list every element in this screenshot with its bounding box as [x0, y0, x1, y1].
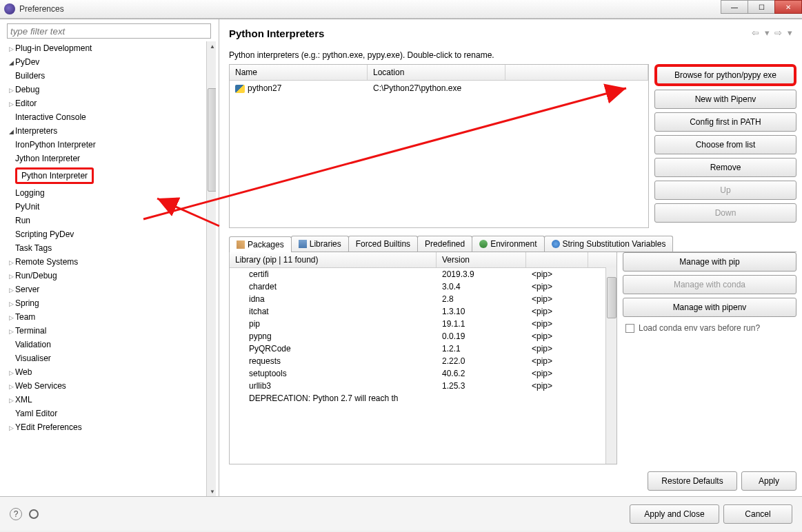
- package-row[interactable]: idna2.8<pip>: [230, 293, 616, 305]
- tree-item[interactable]: ▷Run/Debug: [7, 269, 216, 283]
- tree-item[interactable]: Builders: [7, 69, 216, 83]
- tree-item-label: Scripting PyDev: [15, 229, 74, 239]
- tree-item[interactable]: Task Tags: [7, 241, 216, 255]
- package-row[interactable]: setuptools40.6.2<pip>: [230, 367, 616, 380]
- tree-item[interactable]: ▷Editor: [7, 96, 216, 110]
- down-button[interactable]: Down: [654, 203, 796, 223]
- interpreter-row[interactable]: python27 C:\Python27\python.exe: [230, 81, 648, 96]
- manage-pipenv-button[interactable]: Manage with pipenv: [623, 298, 796, 317]
- python-icon: [235, 85, 245, 93]
- tab-packages[interactable]: Packages: [229, 236, 292, 252]
- col-header-location[interactable]: Location: [368, 65, 505, 80]
- tree-item[interactable]: Visualiser: [7, 351, 216, 365]
- maximize-button[interactable]: ☐: [748, 0, 775, 14]
- interpreter-table[interactable]: Name Location python27 C:\Python27\pytho…: [229, 64, 649, 228]
- tree-item[interactable]: Run: [7, 214, 216, 227]
- pkg-version: 2019.3.9: [437, 268, 526, 280]
- scroll-thumb[interactable]: [208, 88, 216, 192]
- new-pipenv-button[interactable]: New with Pipenv: [654, 90, 796, 109]
- close-button[interactable]: ✕: [774, 0, 802, 14]
- package-row[interactable]: chardet3.0.4<pip>: [230, 280, 616, 293]
- manage-pip-button[interactable]: Manage with pip: [623, 252, 796, 272]
- titlebar: Preferences — ☐ ✕: [0, 0, 802, 19]
- package-row[interactable]: itchat1.3.10<pip>: [230, 305, 616, 318]
- restore-defaults-button[interactable]: Restore Defaults: [648, 471, 737, 491]
- package-row[interactable]: PyQRCode1.2.1<pip>: [230, 342, 616, 355]
- tree-arrow-icon: ◢: [7, 128, 15, 135]
- col-header-library[interactable]: Library (pip | 11 found): [230, 252, 437, 267]
- tree-item[interactable]: Scripting PyDev: [7, 227, 216, 241]
- tree-item-label: XML: [15, 395, 32, 405]
- scroll-down-icon[interactable]: ▼: [208, 487, 216, 496]
- up-button[interactable]: Up: [654, 181, 796, 200]
- packages-scroll-thumb[interactable]: [607, 277, 616, 318]
- filter-input[interactable]: [7, 23, 211, 39]
- tree-item-label: Debug: [15, 85, 39, 94]
- tree-item[interactable]: ▷Plug-in Development: [7, 41, 216, 55]
- pkg-lib: requests: [230, 355, 437, 367]
- nav-history-arrows[interactable]: ⇦ ▾ ⇨ ▾: [752, 28, 794, 38]
- tree-item[interactable]: Python Interpreter: [7, 165, 216, 186]
- scroll-up-icon[interactable]: ▲: [208, 41, 216, 51]
- tree-item[interactable]: ▷Spring: [7, 296, 216, 310]
- package-row[interactable]: urllib31.25.3<pip>: [230, 380, 616, 392]
- apply-close-button[interactable]: Apply and Close: [630, 504, 719, 524]
- tab-string-substitution[interactable]: String Substitution Variables: [544, 236, 674, 252]
- load-conda-checkbox[interactable]: Load conda env vars before run?: [623, 320, 796, 336]
- tree-item[interactable]: ▷Team: [7, 310, 216, 324]
- tree-item[interactable]: PyUnit: [7, 200, 216, 214]
- pkg-lib: certifi: [230, 268, 437, 280]
- preference-tree[interactable]: ▷Plug-in Development◢PyDevBuilders▷Debug…: [7, 41, 216, 496]
- help-icon[interactable]: ?: [10, 508, 22, 520]
- manage-conda-button[interactable]: Manage with conda: [623, 275, 796, 294]
- packages-scrollbar[interactable]: [605, 267, 616, 464]
- tree-item-label: Jython Interpreter: [15, 154, 80, 163]
- tab-predefined[interactable]: Predefined: [417, 236, 472, 252]
- tree-arrow-icon: ▷: [7, 287, 15, 294]
- tree-item[interactable]: ◢PyDev: [7, 55, 216, 69]
- col-header-blank2: [526, 252, 588, 267]
- minimize-button[interactable]: —: [721, 0, 748, 14]
- pkg-source: <pip>: [526, 367, 588, 380]
- col-header-name[interactable]: Name: [230, 65, 368, 80]
- tree-item-label: Spring: [15, 298, 39, 308]
- tree-scrollbar[interactable]: ▲ ▼: [206, 41, 216, 496]
- pkg-lib: pypng: [230, 330, 437, 342]
- browse-exe-button[interactable]: Browse for python/pypy exe: [654, 64, 796, 86]
- cancel-button[interactable]: Cancel: [723, 504, 792, 524]
- tree-item[interactable]: ▷Server: [7, 283, 216, 296]
- tree-item[interactable]: ▷YEdit Preferences: [7, 420, 216, 434]
- tree-arrow-icon: ▷: [7, 314, 15, 321]
- tree-item[interactable]: Logging: [7, 186, 216, 200]
- package-row[interactable]: certifi2019.3.9<pip>: [230, 268, 616, 280]
- tree-item[interactable]: Interactive Console: [7, 110, 216, 124]
- tree-item[interactable]: ▷Terminal: [7, 324, 216, 338]
- tab-environment[interactable]: Environment: [472, 236, 544, 252]
- tab-forced-builtins[interactable]: Forced Builtins: [348, 236, 418, 252]
- pkg-lib: setuptools: [230, 367, 437, 380]
- tree-item[interactable]: ▷Web Services: [7, 379, 216, 393]
- package-row[interactable]: pypng0.0.19<pip>: [230, 330, 616, 342]
- tree-item[interactable]: ▷Debug: [7, 83, 216, 96]
- config-path-button[interactable]: Config first in PATH: [654, 112, 796, 132]
- apply-button[interactable]: Apply: [741, 471, 796, 491]
- tree-item[interactable]: ◢Interpreters: [7, 124, 216, 138]
- tree-item[interactable]: ▷Remote Systems: [7, 255, 216, 269]
- pkg-lib: pip: [230, 318, 437, 330]
- tree-item[interactable]: ▷Web: [7, 365, 216, 379]
- col-header-version[interactable]: Version: [437, 252, 526, 267]
- packages-table[interactable]: Library (pip | 11 found) Version certifi…: [229, 252, 617, 464]
- remove-button[interactable]: Remove: [654, 158, 796, 177]
- tree-arrow-icon: ▷: [7, 424, 15, 431]
- tree-item-label: Python Interpreter: [15, 167, 94, 184]
- tree-item[interactable]: IronPython Interpreter: [7, 138, 216, 152]
- tree-item[interactable]: Validation: [7, 338, 216, 351]
- tab-libraries[interactable]: Libraries: [291, 236, 349, 252]
- tree-item[interactable]: ▷XML: [7, 393, 216, 407]
- choose-list-button[interactable]: Choose from list: [654, 135, 796, 154]
- pkg-version: 1.25.3: [437, 380, 526, 392]
- package-row[interactable]: pip19.1.1<pip>: [230, 318, 616, 330]
- tree-item[interactable]: Jython Interpreter: [7, 152, 216, 165]
- tree-item[interactable]: Yaml Editor: [7, 407, 216, 420]
- package-row[interactable]: requests2.22.0<pip>: [230, 355, 616, 367]
